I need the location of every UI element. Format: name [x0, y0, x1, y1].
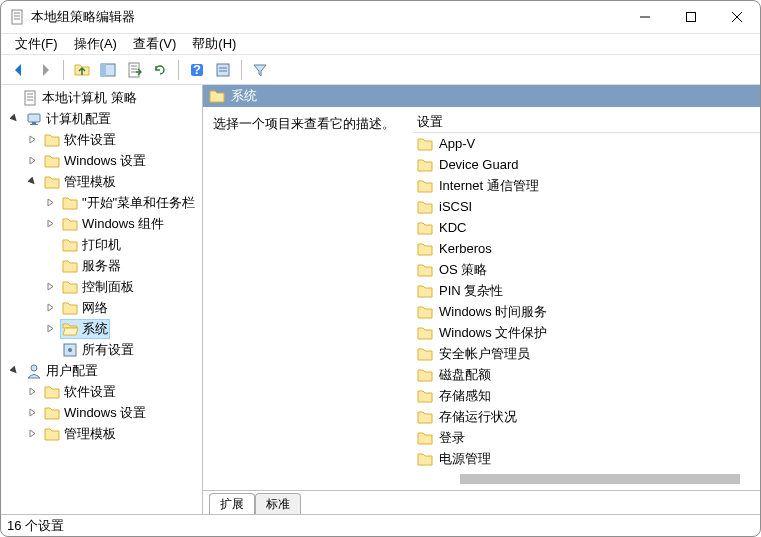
folder-icon [44, 154, 60, 168]
tree-item-label: 管理模板 [64, 173, 116, 191]
folder-open-icon [62, 322, 78, 336]
tree-server[interactable]: 服务器 [1, 255, 202, 276]
list-item[interactable]: Internet 通信管理 [413, 175, 760, 196]
list-item[interactable]: Kerberos [413, 238, 760, 259]
list-item[interactable]: Device Guard [413, 154, 760, 175]
menu-file[interactable]: 文件(F) [7, 35, 66, 53]
expand-icon[interactable] [43, 321, 58, 336]
list-item[interactable]: 电源管理 [413, 448, 760, 469]
list-item[interactable]: 存储运行状况 [413, 406, 760, 427]
refresh-button[interactable] [148, 58, 172, 82]
maximize-button[interactable] [668, 1, 714, 33]
expand-icon[interactable] [25, 426, 40, 441]
tree-system[interactable]: 系统 [1, 318, 202, 339]
list-item[interactable]: App-V [413, 133, 760, 154]
folder-icon [417, 200, 433, 214]
expand-icon[interactable] [43, 279, 58, 294]
expand-icon[interactable] [43, 300, 58, 315]
list-item[interactable]: iSCSI [413, 196, 760, 217]
tab-extended[interactable]: 扩展 [209, 493, 255, 514]
expand-icon[interactable] [25, 405, 40, 420]
tree-uc-admin-templates[interactable]: 管理模板 [1, 423, 202, 444]
app-icon [9, 9, 25, 25]
filter-button[interactable] [248, 58, 272, 82]
menu-action[interactable]: 操作(A) [66, 35, 125, 53]
svg-point-21 [68, 348, 72, 352]
help-button[interactable]: ? [185, 58, 209, 82]
toolbar-separator [178, 60, 179, 80]
expand-icon[interactable] [25, 384, 40, 399]
folder-icon [62, 196, 78, 210]
tree-uc-software[interactable]: 软件设置 [1, 381, 202, 402]
folder-icon [62, 238, 78, 252]
folder-icon [417, 452, 433, 466]
list-item[interactable]: 登录 [413, 427, 760, 448]
expander-spacer [43, 342, 58, 357]
list-item-label: 存储运行状况 [439, 408, 517, 426]
list-item[interactable]: OS 策略 [413, 259, 760, 280]
description-column: 选择一个项目来查看它的描述。 [203, 107, 413, 490]
tree-software-settings[interactable]: 软件设置 [1, 129, 202, 150]
list-header: 设置 [413, 111, 760, 133]
list-item[interactable]: 存储感知 [413, 385, 760, 406]
folder-icon [417, 242, 433, 256]
content-area: 选择一个项目来查看它的描述。 设置 App-VDevice GuardInter… [203, 107, 760, 490]
tree-root[interactable]: 本地计算机 策略 [1, 87, 202, 108]
collapse-icon[interactable] [25, 174, 40, 189]
expand-icon[interactable] [25, 153, 40, 168]
tree-item-label: 控制面板 [82, 278, 134, 296]
properties-button[interactable] [211, 58, 235, 82]
collapse-icon[interactable] [7, 363, 22, 378]
tree-user-config[interactable]: 用户配置 [1, 360, 202, 381]
tree-printers[interactable]: 打印机 [1, 234, 202, 255]
back-button[interactable] [7, 58, 31, 82]
list-header-label: 设置 [417, 113, 443, 131]
forward-button[interactable] [33, 58, 57, 82]
folder-icon [417, 263, 433, 277]
expand-icon[interactable] [25, 132, 40, 147]
list-item[interactable]: Windows 时间服务 [413, 301, 760, 322]
folder-icon [417, 389, 433, 403]
folder-icon [417, 347, 433, 361]
expand-icon[interactable] [43, 216, 58, 231]
expander-spacer [43, 258, 58, 273]
menu-help[interactable]: 帮助(H) [184, 35, 244, 53]
collapse-icon[interactable] [7, 111, 22, 126]
tree-computer-config[interactable]: 计算机配置 [1, 108, 202, 129]
up-button[interactable] [70, 58, 94, 82]
tree-windows-settings[interactable]: Windows 设置 [1, 150, 202, 171]
list-item[interactable]: 磁盘配额 [413, 364, 760, 385]
navigation-tree[interactable]: 本地计算机 策略计算机配置软件设置Windows 设置管理模板"开始"菜单和任务… [1, 85, 203, 514]
toolbar: ? [1, 55, 760, 85]
horizontal-scrollbar[interactable] [460, 474, 740, 484]
list-item-label: iSCSI [439, 199, 472, 214]
folder-icon [417, 284, 433, 298]
svg-text:?: ? [193, 62, 201, 77]
tree-control-panel[interactable]: 控制面板 [1, 276, 202, 297]
tree-admin-templates[interactable]: 管理模板 [1, 171, 202, 192]
expand-icon[interactable] [43, 195, 58, 210]
menu-view[interactable]: 查看(V) [125, 35, 184, 53]
close-button[interactable] [714, 1, 760, 33]
list-item[interactable]: PIN 复杂性 [413, 280, 760, 301]
list-item-label: PIN 复杂性 [439, 282, 503, 300]
export-list-button[interactable] [122, 58, 146, 82]
show-hide-tree-button[interactable] [96, 58, 120, 82]
list-item[interactable]: Windows 文件保护 [413, 322, 760, 343]
list-item[interactable]: KDC [413, 217, 760, 238]
tree-network[interactable]: 网络 [1, 297, 202, 318]
tab-standard[interactable]: 标准 [255, 493, 301, 514]
list-item-label: 电源管理 [439, 450, 491, 468]
settings-list[interactable]: 设置 App-VDevice GuardInternet 通信管理iSCSIKD… [413, 107, 760, 490]
bottom-tabs: 扩展 标准 [203, 490, 760, 514]
tree-uc-windows[interactable]: Windows 设置 [1, 402, 202, 423]
tree-item-label: 本地计算机 策略 [42, 89, 137, 107]
tree-windows-components[interactable]: Windows 组件 [1, 213, 202, 234]
tree-all-settings[interactable]: 所有设置 [1, 339, 202, 360]
tree-start-taskbar[interactable]: "开始"菜单和任务栏 [1, 192, 202, 213]
minimize-button[interactable] [622, 1, 668, 33]
tree-item-label: 计算机配置 [46, 110, 111, 128]
svg-rect-14 [217, 64, 229, 76]
list-item[interactable]: 安全帐户管理员 [413, 343, 760, 364]
folder-icon [62, 259, 78, 273]
